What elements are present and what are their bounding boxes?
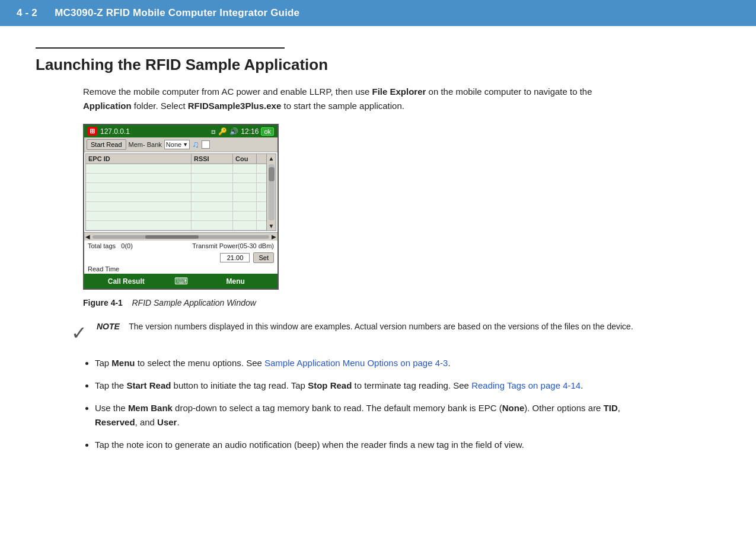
mem-bank-dropdown[interactable]: None ▼ xyxy=(164,140,190,149)
bold-start-read: Start Read xyxy=(126,380,171,390)
titlebar-time: 12:16 xyxy=(241,127,259,136)
link-reading-tags[interactable]: Reading Tags on page 4-14 xyxy=(471,380,580,390)
call-result-button[interactable]: Call Result xyxy=(84,274,168,289)
signal-icon: ⧈ xyxy=(211,127,216,136)
bold-reserved: Reserved xyxy=(95,417,135,427)
section-title: Launching the RFID Sample Application xyxy=(36,56,720,74)
list-item: Tap the note icon to generate an audio n… xyxy=(95,438,664,452)
mem-bank-label: Mem- Bank xyxy=(129,141,162,148)
menu-button[interactable]: Menu xyxy=(194,274,278,289)
bold-menu: Menu xyxy=(111,358,135,368)
link-sample-app-menu[interactable]: Sample Application Menu Options on page … xyxy=(264,358,448,368)
table-row xyxy=(86,193,266,202)
cell xyxy=(86,193,192,201)
scroll-left-icon[interactable]: ◀ xyxy=(85,233,90,240)
intro-bold-2: Application xyxy=(83,101,132,111)
hscroll-thumb xyxy=(145,235,198,239)
cell xyxy=(233,164,257,173)
table-row xyxy=(86,202,266,211)
scroll-right-icon[interactable]: ▶ xyxy=(272,233,276,240)
start-read-button[interactable]: Start Read xyxy=(87,139,126,150)
device-table-area: EPC ID RSSI Cou xyxy=(85,153,276,231)
horizontal-scrollbar[interactable]: ◀ ▶ xyxy=(84,232,277,241)
bold-none: None xyxy=(502,403,525,413)
cell xyxy=(233,183,257,192)
total-tags-value: 0(0) xyxy=(121,242,133,249)
intro-bold-3: RFIDSample3Plus.exe xyxy=(188,101,282,111)
scroll-down-icon[interactable]: ▼ xyxy=(269,222,275,230)
cell xyxy=(192,183,233,192)
intro-bold-1: File Explorer xyxy=(372,86,426,97)
ok-badge[interactable]: ok xyxy=(261,127,274,136)
cell xyxy=(192,174,233,182)
checkbox-input[interactable] xyxy=(202,140,210,149)
scroll-track xyxy=(269,164,275,220)
vertical-scrollbar[interactable]: ▲ ▼ xyxy=(266,154,276,230)
power-value-input[interactable] xyxy=(220,253,250,262)
note-audio-icon[interactable]: ♫ xyxy=(192,139,199,150)
note-content: NOTE The version numbers displayed in th… xyxy=(97,321,633,333)
intro-text-4: to start the sample application. xyxy=(281,101,404,111)
speaker-icon: 🔊 xyxy=(229,127,238,136)
table-header: EPC ID RSSI Cou xyxy=(86,154,266,164)
section-divider xyxy=(36,47,285,49)
table-row xyxy=(86,174,266,183)
note-checkmark-icon: ✓ xyxy=(71,322,87,344)
titlebar-left: ⊞ 127.0.0.1 xyxy=(88,127,130,136)
bold-tid: TID xyxy=(604,403,618,413)
intro-text-2: on the mobile computer to navigate to th… xyxy=(426,86,592,97)
cell xyxy=(86,202,192,211)
bullet-list: Tap Menu to select the menu options. See… xyxy=(95,356,664,452)
list-item: Use the Mem Bank drop-down to select a t… xyxy=(95,401,664,430)
total-tags-row: Total tags 0(0) Transmit Power(05-30 dBm… xyxy=(84,241,277,251)
cell xyxy=(192,221,233,230)
cell xyxy=(192,193,233,201)
total-tags-label: Total tags 0(0) xyxy=(88,242,133,249)
cell xyxy=(233,193,257,201)
transmit-power-label: Transmit Power(05-30 dBm) xyxy=(192,242,274,249)
table-row xyxy=(86,211,266,221)
cell xyxy=(233,202,257,211)
titlebar-ip: 127.0.0.1 xyxy=(100,127,130,136)
device-toolbar: Start Read Mem- Bank None ▼ ♫ xyxy=(84,137,277,152)
figure-caption-text: RFID Sample Application Window xyxy=(132,298,256,307)
intro-paragraph: Remove the mobile computer from AC power… xyxy=(83,85,617,113)
hscroll-track xyxy=(92,235,269,239)
table-rows xyxy=(86,164,266,230)
note-label: NOTE xyxy=(97,322,120,331)
titlebar-right: ⧈ 🔑 🔊 12:16 ok xyxy=(211,127,274,136)
cell xyxy=(86,174,192,182)
cell xyxy=(192,202,233,211)
table-row xyxy=(86,164,266,174)
power-input-row: Set xyxy=(84,251,277,264)
cell xyxy=(86,211,192,220)
cell xyxy=(233,211,257,220)
note-box: ✓ NOTE The version numbers displayed in … xyxy=(71,321,634,344)
table-row xyxy=(86,183,266,193)
bold-mem-bank: Mem Bank xyxy=(128,403,173,413)
intro-text-1: Remove the mobile computer from AC power… xyxy=(83,86,372,97)
windows-icon: ⊞ xyxy=(88,127,97,136)
device-titlebar: ⊞ 127.0.0.1 ⧈ 🔑 🔊 12:16 ok xyxy=(84,125,277,137)
figure-caption: Figure 4-1 RFID Sample Application Windo… xyxy=(83,298,720,307)
list-item: Tap the Start Read button to initiate th… xyxy=(95,379,664,393)
main-content: Launching the RFID Sample Application Re… xyxy=(0,26,756,484)
cell xyxy=(233,221,257,230)
guide-title: MC3090-Z RFID Mobile Computer Integrator… xyxy=(55,7,299,18)
mem-bank-value: None xyxy=(166,141,181,148)
cell xyxy=(86,164,192,173)
col-epc-id: EPC ID xyxy=(86,154,192,164)
device-bottom-bar: Call Result ⌨ Menu xyxy=(84,274,277,289)
scroll-up-icon[interactable]: ▲ xyxy=(269,154,275,163)
dropdown-arrow-icon: ▼ xyxy=(183,142,188,148)
cell xyxy=(86,221,192,230)
note-text: The version numbers displayed in this wi… xyxy=(129,322,633,331)
cell xyxy=(192,211,233,220)
keyboard-icon[interactable]: ⌨ xyxy=(168,274,194,289)
chapter-number: 4 - 2 xyxy=(17,7,37,18)
cell xyxy=(192,164,233,173)
read-time-row: Read Time xyxy=(84,264,277,274)
cell xyxy=(86,183,192,192)
set-button[interactable]: Set xyxy=(253,252,274,263)
header-bar: 4 - 2 MC3090-Z RFID Mobile Computer Inte… xyxy=(0,0,756,26)
